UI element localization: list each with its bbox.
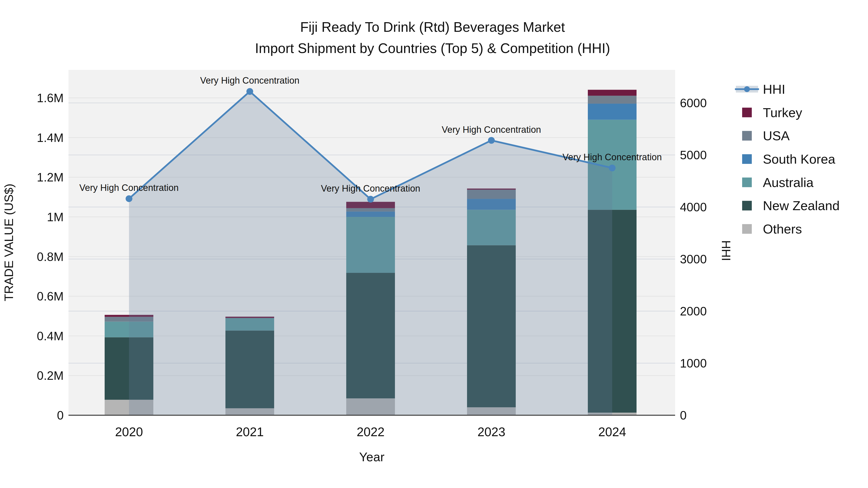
bar-segment-turkey-2024[interactable]: [588, 90, 637, 96]
x-tick-label-2020: 2020: [115, 425, 143, 439]
legend-label: Others: [763, 222, 802, 236]
x-tick-label-2022: 2022: [356, 425, 384, 439]
y-right-tick-label: 6000: [680, 96, 707, 110]
bar-segment-usa-2024[interactable]: [588, 96, 637, 104]
chart-canvas: Fiji Ready To Drink (Rtd) Beverages Mark…: [0, 0, 868, 488]
legend-hhi-marker: [744, 86, 750, 92]
y-axis-right-title: HHI: [719, 240, 733, 261]
legend: HHITurkeyUSASouth KoreaAustraliaNew Zeal…: [735, 82, 840, 236]
hhi-marker-2022[interactable]: [367, 196, 374, 203]
x-tick-label-2024: 2024: [598, 425, 626, 439]
x-tick-label-2023: 2023: [477, 425, 505, 439]
y-left-tick-label: 1M: [47, 210, 64, 224]
legend-swatch-turkey: [742, 108, 752, 117]
hhi-marker-2021[interactable]: [246, 88, 253, 95]
y-right-tick-label: 0: [680, 409, 687, 422]
legend-label: HHI: [763, 82, 785, 96]
y-right-tick-label: 2000: [680, 304, 707, 318]
legend-item-usa[interactable]: USA: [742, 128, 789, 143]
y-left-tick-label: 1.4M: [37, 131, 64, 144]
y-left-tick-label: 1.6M: [37, 91, 64, 105]
hhi-marker-2020[interactable]: [126, 195, 132, 202]
legend-item-turkey[interactable]: Turkey: [742, 105, 802, 120]
annotation-2024: Very High Concentration: [562, 152, 662, 162]
legend-label: Australia: [763, 175, 814, 190]
legend-item-new-zealand[interactable]: New Zealand: [742, 198, 840, 213]
y-right-tick-label: 3000: [680, 253, 707, 266]
chart-figure: Fiji Ready To Drink (Rtd) Beverages Mark…: [0, 0, 868, 488]
legend-swatch-usa: [742, 131, 752, 140]
legend-swatch-new-zealand: [742, 201, 752, 210]
legend-label: South Korea: [763, 152, 835, 166]
bar-segment-south-korea-2024[interactable]: [588, 104, 637, 120]
y-left-tick-label: 1.2M: [37, 171, 64, 184]
hhi-marker-2024[interactable]: [609, 165, 616, 171]
y-left-tick-label: 0: [57, 409, 64, 422]
legend-label: Turkey: [763, 105, 802, 120]
y-left-tick-label: 0.2M: [37, 369, 64, 383]
chart-title-line1: Fiji Ready To Drink (Rtd) Beverages Mark…: [300, 19, 565, 35]
legend-label: USA: [763, 128, 789, 143]
annotation-2020: Very High Concentration: [79, 183, 179, 193]
legend-item-australia[interactable]: Australia: [742, 175, 814, 190]
y-right-tick-label: 1000: [680, 357, 707, 370]
legend-item-south-korea[interactable]: South Korea: [742, 152, 835, 166]
legend-swatch-australia: [742, 177, 752, 187]
y-left-tick-label: 0.4M: [37, 329, 64, 343]
y-left-tick-label: 0.8M: [37, 250, 64, 264]
legend-item-others[interactable]: Others: [742, 222, 802, 236]
legend-swatch-others: [742, 224, 752, 234]
legend-label: New Zealand: [763, 198, 840, 213]
x-tick-label-2021: 2021: [236, 425, 264, 439]
x-axis-title: Year: [359, 450, 384, 464]
annotation-2022: Very High Concentration: [321, 184, 420, 194]
annotation-2021: Very High Concentration: [200, 75, 300, 86]
legend-swatch-south-korea: [742, 154, 752, 164]
annotation-2023: Very High Concentration: [442, 125, 541, 135]
y-right-tick-label: 5000: [680, 149, 707, 162]
y-right-tick-label: 4000: [680, 200, 707, 214]
chart-title-line2: Import Shipment by Countries (Top 5) & C…: [255, 40, 610, 56]
plot-area: Very High ConcentrationVery High Concent…: [37, 70, 707, 439]
hhi-marker-2023[interactable]: [488, 137, 495, 144]
legend-item-hhi[interactable]: HHI: [735, 82, 785, 96]
y-axis-left-title: TRADE VALUE (US$): [2, 184, 16, 301]
y-left-tick-label: 0.6M: [37, 290, 64, 303]
